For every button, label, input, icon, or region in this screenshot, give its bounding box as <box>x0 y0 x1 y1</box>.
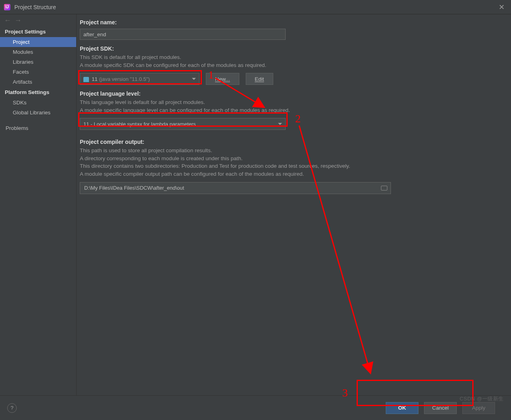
compiler-output-value: D:\My Files\IDea Files\SDCW\after_end\ou… <box>84 185 184 191</box>
chevron-down-icon <box>278 123 282 125</box>
sdk-edit-button[interactable]: Edit <box>246 73 273 85</box>
sidebar-item-libraries[interactable]: Libraries <box>0 57 76 67</box>
ok-button[interactable]: OK <box>386 402 418 414</box>
sidebar-item-artifacts[interactable]: Artifacts <box>0 77 76 87</box>
lang-level-dropdown[interactable]: 11 - Local variable syntax for lambda pa… <box>80 118 286 130</box>
compiler-output-desc1: This path is used to store all project c… <box>80 147 503 155</box>
sidebar-item-problems[interactable]: Problems <box>0 123 76 133</box>
compiler-output-desc4: A module specific compiler output path c… <box>80 170 503 178</box>
main-panel: Project name: Project SDK: This SDK is d… <box>77 14 511 395</box>
sidebar: ← → Project Settings Project Modules Lib… <box>0 14 77 395</box>
sdk-new-button[interactable]: New... <box>206 73 239 85</box>
project-name-input[interactable] <box>80 29 286 40</box>
help-icon[interactable]: ? <box>7 403 17 413</box>
project-sdk-value: 11 <box>92 76 97 82</box>
sidebar-item-facets[interactable]: Facets <box>0 67 76 77</box>
nav-arrows: ← → <box>0 14 76 26</box>
lang-level-value: 11 - Local variable syntax for lambda pa… <box>83 121 196 127</box>
sidebar-item-modules[interactable]: Modules <box>0 47 76 57</box>
apply-button: Apply <box>462 402 495 414</box>
project-sdk-desc2: A module specific SDK can be configured … <box>80 61 503 69</box>
sidebar-item-project[interactable]: Project <box>0 37 76 47</box>
app-icon: IJ <box>4 4 10 10</box>
dialog-button-bar: ? OK Cancel Apply <box>0 395 511 420</box>
project-sdk-dropdown[interactable]: 11 (java version "11.0.5") <box>80 73 199 85</box>
folder-icon <box>83 77 89 81</box>
window-title: Project Structure <box>14 4 56 10</box>
nav-forward-icon[interactable]: → <box>14 17 22 24</box>
compiler-output-path[interactable]: D:\My Files\IDea Files\SDCW\after_end\ou… <box>80 182 391 194</box>
project-name-label: Project name: <box>80 19 503 26</box>
project-sdk-desc1: This SDK is default for all project modu… <box>80 53 503 61</box>
nav-back-icon[interactable]: ← <box>4 17 11 24</box>
compiler-output-desc3: This directory contains two subdirectori… <box>80 162 503 170</box>
compiler-output-desc2: A directory corresponding to each module… <box>80 155 503 163</box>
sidebar-item-sdks[interactable]: SDKs <box>0 98 76 108</box>
lang-level-desc1: This language level is default for all p… <box>80 98 503 106</box>
chevron-down-icon <box>192 78 196 80</box>
lang-level-desc2: A module specific language level can be … <box>80 106 503 114</box>
section-platform-settings: Platform Settings <box>0 87 76 98</box>
watermark: CSDN @一级新生 <box>460 395 504 402</box>
project-sdk-value-detail: (java version "11.0.5") <box>99 76 150 82</box>
compiler-output-label: Project compiler output: <box>80 139 503 145</box>
project-sdk-label: Project SDK: <box>80 45 503 52</box>
cancel-button[interactable]: Cancel <box>424 402 457 414</box>
close-icon[interactable]: ✕ <box>496 3 507 12</box>
browse-folder-icon[interactable] <box>381 186 387 190</box>
sidebar-item-global-libraries[interactable]: Global Libraries <box>0 108 76 118</box>
section-project-settings: Project Settings <box>0 26 76 37</box>
lang-level-label: Project language level: <box>80 90 503 97</box>
title-bar: IJ Project Structure ✕ <box>0 0 511 14</box>
